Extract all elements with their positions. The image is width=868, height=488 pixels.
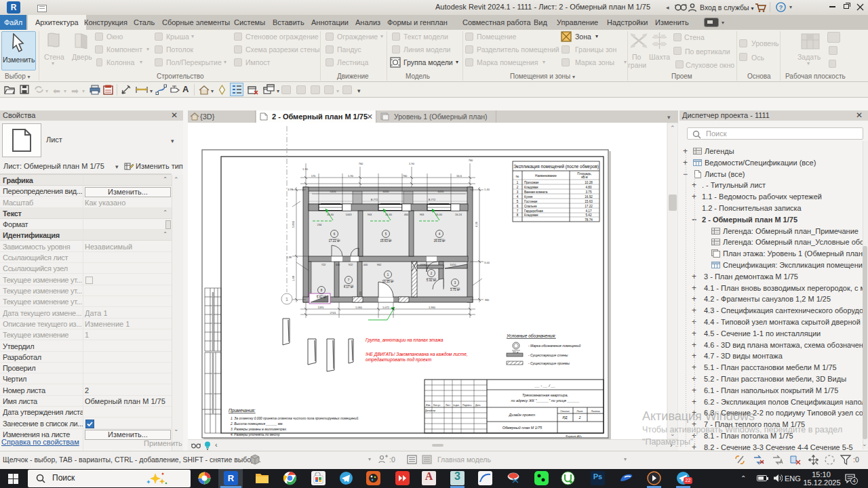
svg-text:Листов: Листов: [590, 410, 599, 413]
svg-text:1.90: 1.90: [348, 174, 354, 178]
svg-text:1395: 1395: [318, 306, 325, 309]
svg-text:4: 4: [517, 195, 519, 199]
svg-text:2: 2: [578, 415, 581, 420]
svg-text:⌄: ⌄: [670, 430, 675, 437]
svg-text:Примечания:: Примечания:: [229, 408, 256, 413]
svg-text:5.42: 5.42: [586, 214, 592, 217]
svg-text:170: 170: [311, 174, 316, 178]
svg-text:15.63: 15.63: [585, 200, 593, 203]
svg-text:отредактировать под проект: отредактировать под проект: [366, 357, 432, 363]
svg-text:1.48: 1.48: [292, 275, 295, 281]
svg-text:2741: 2741: [330, 311, 337, 314]
svg-text:2: 2: [517, 186, 519, 189]
svg-text:4. Размеры уточнять по месту: 4. Размеры уточнять по месту.: [231, 433, 280, 436]
svg-text:1.40: 1.40: [484, 188, 490, 191]
svg-text:- Существующие проемы: - Существующие проемы: [528, 361, 570, 365]
svg-text:!НЕ ДВИГАТЬ! Закомпанована на: !НЕ ДВИГАТЬ! Закомпанована на каждом лис…: [366, 352, 468, 357]
svg-text:Экспликация помещений (после о: Экспликация помещений (после обмеров): [513, 164, 599, 169]
svg-text:5.42 м²: 5.42 м²: [317, 296, 327, 299]
svg-text:250: 250: [359, 291, 362, 296]
svg-text:17.22 м²: 17.22 м²: [328, 239, 340, 243]
svg-text:В.772: В.772: [371, 198, 378, 201]
svg-text:- Существующие стены: - Существующие стены: [528, 353, 568, 357]
svg-text:760: 760: [403, 174, 408, 178]
svg-text:Гостиная: Гостиная: [524, 200, 538, 203]
svg-text:16.40: 16.40: [385, 213, 393, 216]
svg-text:__ - __ / __: __ - __ / __: [534, 384, 555, 388]
svg-text:Кухня: Кухня: [524, 195, 533, 199]
svg-text:722: 722: [321, 263, 326, 266]
svg-text:4.17 м²: 4.17 м²: [344, 285, 354, 289]
svg-text:8: 8: [517, 214, 519, 217]
svg-text:Трехкомнатная квартира,: Трехкомнатная квартира,: [522, 393, 568, 397]
svg-text:3. Размеры указаны в миллиме: 3. Размеры указаны в миллиметрах.: [231, 428, 287, 431]
svg-text:6430: 6430: [383, 190, 390, 193]
svg-text:Дизайн проект: Дизайн проект: [509, 413, 536, 417]
svg-text:1.90: 1.90: [409, 162, 415, 165]
svg-text:Наименование: Наименование: [535, 174, 557, 178]
svg-text:Дата: Дата: [475, 404, 481, 407]
svg-text:Лист: Лист: [446, 404, 451, 407]
svg-text:440: 440: [363, 263, 368, 266]
svg-text:Подпись: Подпись: [462, 404, 472, 407]
svg-text:1: 1: [285, 296, 289, 302]
svg-text:16.40: 16.40: [327, 213, 334, 216]
svg-text:Гардеробная: Гардеробная: [524, 209, 543, 213]
svg-text:16.6: 16.6: [456, 174, 462, 178]
svg-text:6430: 6430: [438, 190, 445, 193]
svg-text:922: 922: [349, 263, 353, 266]
svg-text:4.80: 4.80: [586, 186, 592, 189]
svg-text:1010: 1010: [450, 263, 457, 266]
svg-text:3.00: 3.00: [484, 261, 490, 264]
svg-text:10.35 м²: 10.35 м²: [382, 280, 394, 283]
svg-text:Прихожая: Прихожая: [524, 181, 539, 184]
svg-text:440: 440: [336, 263, 340, 266]
svg-text:963: 963: [368, 213, 372, 216]
svg-text:Кол.уч: Кол.уч: [433, 404, 440, 407]
svg-text:Ванная комната: Ванная комната: [524, 190, 548, 194]
svg-text:5: 5: [517, 200, 519, 203]
svg-text:1.90: 1.90: [302, 167, 309, 171]
svg-text:760: 760: [469, 159, 473, 162]
svg-text:3: 3: [517, 190, 519, 194]
svg-text:Спальня: Спальня: [524, 205, 537, 208]
svg-text:В.772: В.772: [429, 198, 436, 201]
svg-text:6: 6: [517, 205, 519, 208]
svg-text:3.75: 3.75: [586, 190, 592, 194]
svg-text:234: 234: [317, 223, 322, 226]
svg-text:10.28: 10.28: [585, 181, 593, 184]
svg-text:Лист: Лист: [576, 410, 583, 413]
svg-text:7: 7: [517, 209, 519, 213]
svg-text:Изм.: Изм.: [426, 404, 431, 407]
svg-text:Группа_аннотации на планах эта: Группа_аннотации на планах этажа: [366, 338, 443, 343]
svg-text:1443: 1443: [346, 213, 353, 216]
svg-text:16.40: 16.40: [435, 213, 443, 216]
svg-text:4.98: 4.98: [288, 188, 294, 191]
svg-text:Формат А3+: Формат А3+: [566, 434, 583, 438]
svg-text:760: 760: [359, 162, 363, 165]
svg-text:962: 962: [377, 263, 382, 266]
svg-text:РД: РД: [563, 415, 568, 420]
svg-text:Обмерный план М 1/75: Обмерный план М 1/75: [502, 426, 542, 430]
svg-text:78.74: 78.74: [585, 218, 593, 222]
svg-text:Условные обозначения:: Условные обозначения:: [506, 333, 556, 338]
svg-text:№: №: [516, 175, 519, 178]
svg-text:17.22: 17.22: [585, 205, 593, 208]
svg-text:по адресу ЖК "______" по улице: по адресу ЖК "______" по улице ______: [511, 399, 580, 403]
svg-text:16.92: 16.92: [585, 195, 593, 199]
svg-text:4.17: 4.17: [586, 209, 592, 213]
svg-text:5.890: 5.890: [292, 220, 295, 228]
svg-text:2230: 2230: [420, 263, 427, 266]
svg-text:360: 360: [485, 298, 490, 302]
svg-text:5456: 5456: [330, 190, 337, 193]
svg-text:Кладовая: Кладовая: [524, 214, 538, 217]
svg-text:4.26: 4.26: [475, 221, 478, 227]
svg-text:963: 963: [420, 213, 425, 216]
svg-text:?: ?: [779, 4, 783, 11]
svg-text:1: 1: [517, 181, 519, 184]
svg-text:Дизайнер: Дизайнер: [425, 409, 435, 412]
svg-text:⌃: ⌃: [670, 125, 675, 131]
svg-text:Кладовая: Кладовая: [524, 186, 538, 189]
svg-text:1.072: 1.072: [382, 306, 390, 309]
svg-text:кВ.м: кВ.м: [581, 176, 588, 179]
